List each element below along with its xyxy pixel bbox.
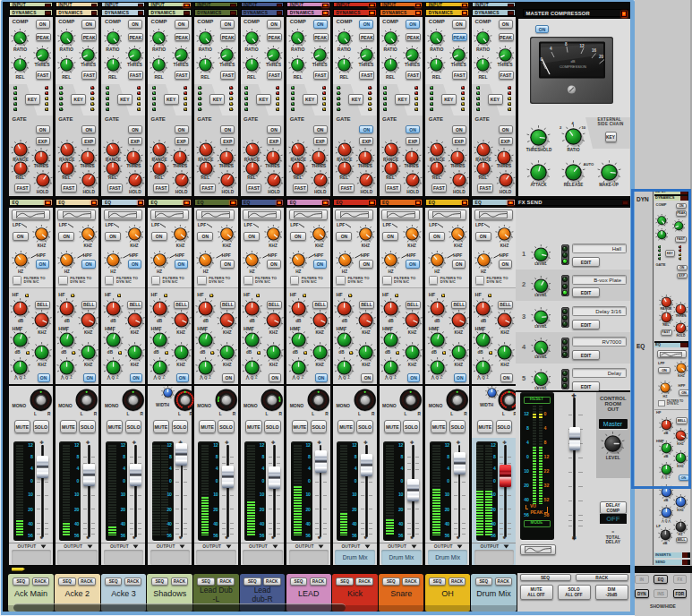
svg-text:dB: dB xyxy=(571,59,576,64)
svg-text:8: 8 xyxy=(565,42,568,47)
svg-text:COMPRESSION: COMPRESSION xyxy=(560,64,586,69)
